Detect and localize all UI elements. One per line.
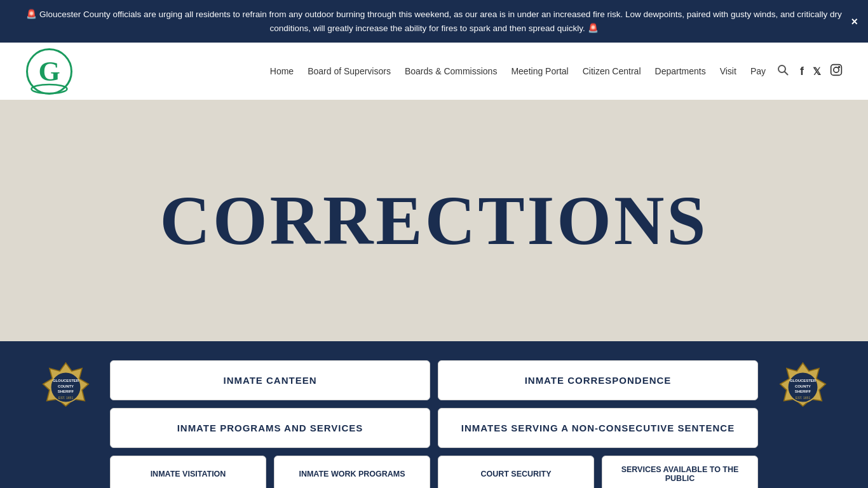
svg-text:GLOUCESTER: GLOUCESTER xyxy=(52,379,79,383)
logo[interactable]: G xyxy=(25,48,73,95)
nav: Home Board of Supervisors Boards & Commi… xyxy=(265,62,843,80)
court-security-link[interactable]: Court Security xyxy=(438,456,594,488)
alert-banner: 🚨 Gloucester County officials are urging… xyxy=(0,0,868,43)
svg-text:EST. 1651: EST. 1651 xyxy=(795,396,810,400)
svg-text:GLOUCESTER: GLOUCESTER xyxy=(789,379,816,383)
pay-nav[interactable]: Pay xyxy=(745,62,771,80)
svg-point-6 xyxy=(834,67,839,72)
svg-text:SHERIFF: SHERIFF xyxy=(794,390,811,393)
svg-text:COUNTY: COUNTY xyxy=(794,384,810,388)
boards-commissions-nav[interactable]: Boards & Commissions xyxy=(400,62,503,80)
svg-text:EST. 1651: EST. 1651 xyxy=(58,396,73,400)
bottom-row-links: Inmate Visitation Inmate Work Programs C… xyxy=(97,448,771,488)
inmate-work-link[interactable]: Inmate Work Programs xyxy=(274,456,430,488)
inmate-programs-card[interactable]: INMATE PROGRAMS AND SERVICES xyxy=(110,408,430,448)
sheriff-badge-right: GLOUCESTER COUNTY SHERIFF EST. 1651 xyxy=(771,360,834,414)
bottom-section: GLOUCESTER COUNTY SHERIFF EST. 1651 INMA… xyxy=(0,341,868,488)
inmate-visitation-link[interactable]: Inmate Visitation xyxy=(110,456,266,488)
social-icons: 𝕏 xyxy=(800,64,843,79)
search-icon[interactable] xyxy=(777,64,789,79)
svg-rect-5 xyxy=(831,64,842,75)
hero-section: CORRECTIONS xyxy=(0,100,868,341)
svg-text:COUNTY: COUNTY xyxy=(57,384,73,388)
svg-text:G: G xyxy=(38,56,60,87)
alert-close-button[interactable]: × xyxy=(851,15,858,28)
facebook-icon[interactable] xyxy=(800,65,804,78)
svg-text:SHERIFF: SHERIFF xyxy=(57,390,74,393)
departments-nav[interactable]: Departments xyxy=(650,62,711,80)
board-of-supervisors-nav[interactable]: Board of Supervisors xyxy=(302,62,396,80)
visit-nav[interactable]: Visit xyxy=(715,62,742,80)
inmate-correspondence-card[interactable]: INMATE CORRESPONDENCE xyxy=(438,360,758,400)
citizen-central-nav[interactable]: Citizen Central xyxy=(578,62,646,80)
inmates-non-consecutive-card[interactable]: INMATES SERVING A NON-CONSECUTIVE SENTEN… xyxy=(438,408,758,448)
services-public-link[interactable]: Services Available to the Public xyxy=(602,456,758,488)
links-grid: INMATE CANTEEN INMATE CORRESPONDENCE INM… xyxy=(97,360,771,448)
svg-point-7 xyxy=(839,66,840,67)
sheriff-badge-left: GLOUCESTER COUNTY SHERIFF EST. 1651 xyxy=(34,360,97,414)
meeting-portal-nav[interactable]: Meeting Portal xyxy=(506,62,573,80)
alert-text: 🚨 Gloucester County officials are urging… xyxy=(26,10,841,33)
instagram-icon[interactable] xyxy=(830,64,843,79)
home-nav[interactable]: Home xyxy=(265,62,299,80)
header: G Home Board of Supervisors Boards & Com… xyxy=(0,43,868,100)
logo-svg: G xyxy=(25,48,73,95)
page-title: CORRECTIONS xyxy=(159,180,708,261)
x-icon[interactable]: 𝕏 xyxy=(813,65,821,78)
svg-line-4 xyxy=(785,71,788,74)
inmate-canteen-card[interactable]: INMATE CANTEEN xyxy=(110,360,430,400)
